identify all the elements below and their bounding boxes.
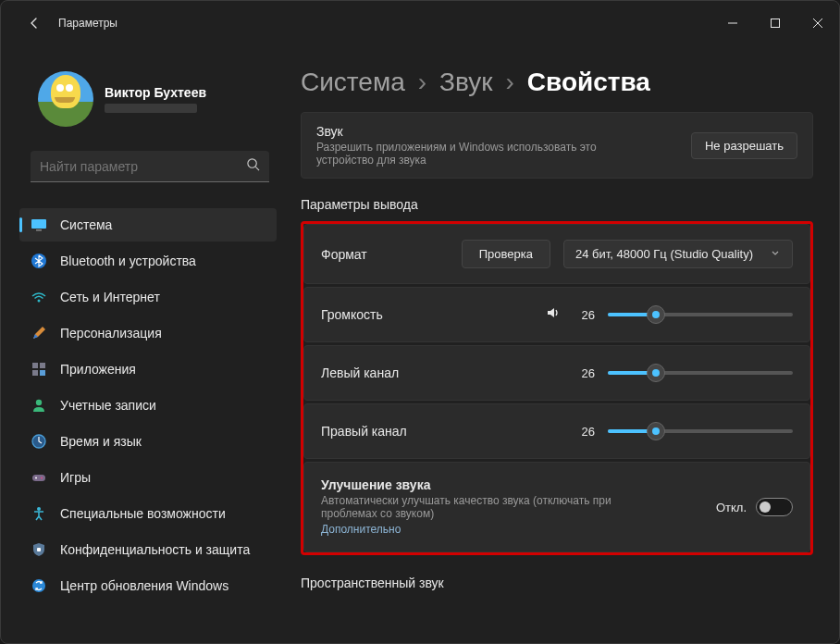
permission-subtitle: Разрешить приложениям и Windows использо… bbox=[316, 141, 612, 167]
svg-rect-9 bbox=[40, 363, 45, 368]
right-channel-value: 26 bbox=[574, 425, 595, 439]
svg-rect-8 bbox=[32, 363, 38, 368]
svg-rect-14 bbox=[32, 475, 45, 481]
left-channel-slider[interactable] bbox=[608, 364, 793, 382]
svg-point-12 bbox=[36, 400, 42, 405]
maximize-button[interactable] bbox=[754, 8, 797, 38]
bluetooth-icon bbox=[31, 253, 47, 269]
enhance-title: Улучшение звука bbox=[321, 477, 703, 492]
window-title: Параметры bbox=[58, 17, 117, 30]
sidebar-item-label: Время и язык bbox=[60, 434, 142, 449]
left-channel-label: Левый канал bbox=[321, 365, 562, 380]
sidebar-item-label: Система bbox=[60, 217, 112, 232]
svg-rect-11 bbox=[40, 370, 45, 376]
breadcrumb: Система › Звук › Свойства bbox=[301, 68, 813, 97]
svg-point-15 bbox=[35, 477, 37, 479]
sidebar-item-label: Bluetooth и устройства bbox=[60, 254, 196, 268]
svg-point-2 bbox=[248, 159, 256, 167]
titlebar: Параметры bbox=[1, 1, 839, 45]
profile-email-redacted bbox=[105, 104, 197, 113]
shield-icon bbox=[31, 541, 47, 558]
sidebar-item-network[interactable]: Сеть и Интернет bbox=[19, 280, 277, 314]
speaker-icon[interactable] bbox=[545, 304, 562, 325]
test-button[interactable]: Проверка bbox=[462, 240, 550, 268]
settings-window: Параметры Виктор Бухтеев bbox=[0, 0, 840, 644]
svg-rect-1 bbox=[772, 19, 780, 28]
deny-button[interactable]: Не разрешать bbox=[691, 132, 797, 159]
accessibility-icon bbox=[31, 505, 47, 522]
permission-title: Звук bbox=[316, 124, 691, 139]
breadcrumb-system[interactable]: Система bbox=[301, 68, 405, 97]
back-button[interactable] bbox=[16, 5, 53, 42]
svg-point-17 bbox=[37, 507, 41, 511]
volume-slider[interactable] bbox=[608, 305, 793, 324]
sidebar-item-windows-update[interactable]: Центр обновления Windows bbox=[19, 569, 277, 602]
breadcrumb-current: Свойства bbox=[527, 68, 650, 97]
permission-card: Звук Разрешить приложениям и Windows исп… bbox=[301, 112, 813, 179]
enhance-advanced-link[interactable]: Дополнительно bbox=[321, 523, 401, 536]
clock-globe-icon bbox=[31, 433, 47, 450]
format-selected-value: 24 бит, 48000 Гц (Studio Quality) bbox=[575, 247, 753, 261]
sidebar-item-label: Специальные возможности bbox=[60, 506, 226, 521]
search-input[interactable] bbox=[40, 159, 246, 174]
sidebar-item-label: Центр обновления Windows bbox=[60, 578, 229, 593]
volume-value: 26 bbox=[574, 308, 595, 322]
output-section-title: Параметры вывода bbox=[301, 197, 813, 212]
sidebar-item-personalization[interactable]: Персонализация bbox=[19, 316, 277, 350]
svg-point-7 bbox=[38, 300, 41, 303]
spatial-sound-section-title: Пространственный звук bbox=[301, 576, 813, 590]
update-icon bbox=[31, 577, 47, 594]
profile[interactable]: Виктор Бухтеев bbox=[12, 45, 277, 151]
main-content: Система › Звук › Свойства Звук Разрешить… bbox=[288, 45, 839, 643]
sidebar-item-bluetooth[interactable]: Bluetooth и устройства bbox=[19, 244, 277, 278]
body: Виктор Бухтеев Система Bluetooth и устро… bbox=[1, 45, 839, 643]
nav: Система Bluetooth и устройства Сеть и Ин… bbox=[12, 208, 277, 602]
breadcrumb-sound[interactable]: Звук bbox=[439, 68, 492, 97]
sidebar-item-accounts[interactable]: Учетные записи bbox=[19, 389, 277, 422]
sidebar-item-privacy[interactable]: Конфиденциальность и защита bbox=[19, 533, 277, 566]
search-icon bbox=[246, 157, 260, 175]
brush-icon bbox=[31, 325, 47, 341]
svg-line-3 bbox=[255, 167, 259, 170]
chevron-right-icon: › bbox=[418, 68, 426, 97]
svg-rect-5 bbox=[36, 229, 42, 231]
highlighted-settings-group: Формат Проверка 24 бит, 48000 Гц (Studio… bbox=[301, 221, 813, 555]
close-button[interactable] bbox=[797, 8, 839, 38]
sidebar-item-label: Приложения bbox=[60, 362, 136, 377]
profile-name: Виктор Бухтеев bbox=[105, 85, 206, 100]
avatar bbox=[38, 71, 93, 127]
sidebar-item-label: Персонализация bbox=[60, 326, 162, 341]
enhance-toggle-state: Откл. bbox=[716, 501, 747, 514]
chevron-down-icon bbox=[770, 247, 781, 261]
volume-label: Громкость bbox=[321, 307, 532, 322]
person-icon bbox=[31, 397, 47, 414]
sidebar-item-label: Сеть и Интернет bbox=[60, 290, 160, 304]
sidebar-item-label: Конфиденциальность и защита bbox=[60, 542, 250, 557]
sidebar-item-label: Игры bbox=[60, 470, 91, 485]
system-icon bbox=[31, 217, 47, 233]
right-channel-slider[interactable] bbox=[608, 422, 793, 440]
sidebar: Виктор Бухтеев Система Bluetooth и устро… bbox=[1, 45, 288, 643]
sidebar-item-time-language[interactable]: Время и язык bbox=[19, 425, 277, 458]
sidebar-item-gaming[interactable]: Игры bbox=[19, 461, 277, 494]
window-controls bbox=[711, 8, 839, 38]
chevron-right-icon: › bbox=[506, 68, 514, 97]
left-channel-row: Левый канал 26 bbox=[303, 345, 810, 401]
wifi-icon bbox=[31, 289, 47, 305]
enhance-row: Улучшение звука Автоматически улучшать к… bbox=[303, 462, 810, 552]
sidebar-item-accessibility[interactable]: Специальные возможности bbox=[19, 497, 277, 530]
svg-rect-18 bbox=[37, 548, 41, 551]
sidebar-item-apps[interactable]: Приложения bbox=[19, 353, 277, 386]
svg-point-16 bbox=[41, 477, 43, 479]
sidebar-item-system[interactable]: Система bbox=[19, 208, 277, 242]
format-label: Формат bbox=[321, 247, 449, 262]
enhance-toggle[interactable] bbox=[756, 498, 793, 516]
format-select[interactable]: 24 бит, 48000 Гц (Studio Quality) bbox=[563, 240, 793, 268]
minimize-button[interactable] bbox=[711, 8, 754, 38]
svg-rect-4 bbox=[31, 219, 46, 229]
left-channel-value: 26 bbox=[574, 366, 595, 380]
search-box[interactable] bbox=[31, 151, 269, 182]
right-channel-row: Правый канал 26 bbox=[303, 403, 810, 459]
sidebar-item-label: Учетные записи bbox=[60, 398, 156, 413]
enhance-subtitle: Автоматически улучшать качество звука (о… bbox=[321, 494, 617, 520]
